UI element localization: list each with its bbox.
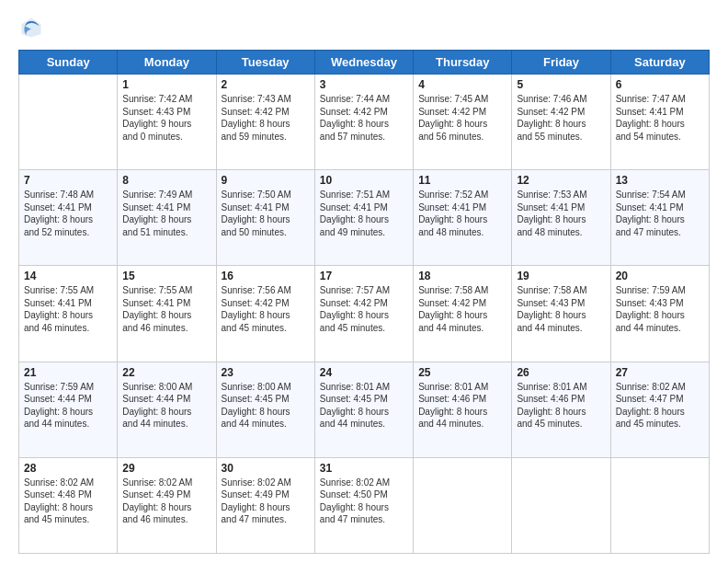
- day-number: 25: [418, 366, 506, 379]
- col-header-saturday: Saturday: [610, 51, 709, 75]
- cell-info: Sunrise: 7:45 AM Sunset: 4:42 PM Dayligh…: [418, 93, 506, 143]
- cell-info: Sunrise: 7:49 AM Sunset: 4:41 PM Dayligh…: [122, 189, 210, 238]
- calendar-cell: 7Sunrise: 7:48 AM Sunset: 4:41 PM Daylig…: [19, 170, 118, 266]
- day-number: 23: [222, 366, 310, 379]
- cell-info: Sunrise: 7:43 AM Sunset: 4:42 PM Dayligh…: [222, 93, 310, 143]
- calendar-cell: [414, 457, 512, 553]
- cell-info: Sunrise: 7:44 AM Sunset: 4:42 PM Dayligh…: [320, 93, 408, 143]
- cell-info: Sunrise: 7:59 AM Sunset: 4:43 PM Dayligh…: [616, 284, 704, 334]
- calendar-cell: 20Sunrise: 7:59 AM Sunset: 4:43 PM Dayli…: [610, 266, 709, 362]
- calendar-week-row: 1Sunrise: 7:42 AM Sunset: 4:43 PM Daylig…: [19, 75, 710, 170]
- cell-info: Sunrise: 7:57 AM Sunset: 4:42 PM Dayligh…: [320, 284, 408, 334]
- calendar-cell: 27Sunrise: 8:02 AM Sunset: 4:47 PM Dayli…: [610, 362, 709, 457]
- day-number: 3: [320, 78, 408, 91]
- cell-info: Sunrise: 7:58 AM Sunset: 4:43 PM Dayligh…: [517, 284, 605, 334]
- calendar-cell: 13Sunrise: 7:54 AM Sunset: 4:41 PM Dayli…: [610, 170, 709, 266]
- cell-info: Sunrise: 7:46 AM Sunset: 4:42 PM Dayligh…: [517, 93, 605, 143]
- cell-info: Sunrise: 7:47 AM Sunset: 4:41 PM Dayligh…: [616, 93, 704, 143]
- day-number: 13: [616, 174, 704, 187]
- col-header-wednesday: Wednesday: [314, 51, 413, 75]
- calendar-cell: 12Sunrise: 7:53 AM Sunset: 4:41 PM Dayli…: [512, 170, 610, 266]
- day-number: 26: [517, 366, 605, 379]
- calendar-cell: 15Sunrise: 7:55 AM Sunset: 4:41 PM Dayli…: [118, 266, 216, 362]
- page: SundayMondayTuesdayWednesdayThursdayFrid…: [0, 0, 728, 563]
- day-number: 22: [122, 366, 210, 379]
- cell-info: Sunrise: 8:00 AM Sunset: 4:45 PM Dayligh…: [222, 381, 310, 431]
- calendar-cell: 8Sunrise: 7:49 AM Sunset: 4:41 PM Daylig…: [118, 170, 216, 266]
- cell-info: Sunrise: 7:58 AM Sunset: 4:42 PM Dayligh…: [418, 284, 506, 334]
- calendar-cell: 5Sunrise: 7:46 AM Sunset: 4:42 PM Daylig…: [512, 75, 610, 170]
- calendar-cell: 18Sunrise: 7:58 AM Sunset: 4:42 PM Dayli…: [414, 266, 512, 362]
- cell-info: Sunrise: 8:02 AM Sunset: 4:50 PM Dayligh…: [320, 477, 408, 526]
- cell-info: Sunrise: 7:55 AM Sunset: 4:41 PM Dayligh…: [122, 284, 210, 334]
- calendar-week-row: 7Sunrise: 7:48 AM Sunset: 4:41 PM Daylig…: [19, 170, 710, 266]
- day-number: 5: [517, 78, 605, 91]
- calendar-week-row: 28Sunrise: 8:02 AM Sunset: 4:48 PM Dayli…: [19, 457, 710, 553]
- calendar-cell: 10Sunrise: 7:51 AM Sunset: 4:41 PM Dayli…: [314, 170, 413, 266]
- cell-info: Sunrise: 8:02 AM Sunset: 4:47 PM Dayligh…: [616, 381, 704, 431]
- cell-info: Sunrise: 7:54 AM Sunset: 4:41 PM Dayligh…: [616, 189, 704, 238]
- cell-info: Sunrise: 7:52 AM Sunset: 4:41 PM Dayligh…: [418, 189, 506, 238]
- calendar-cell: 3Sunrise: 7:44 AM Sunset: 4:42 PM Daylig…: [314, 75, 413, 170]
- day-number: 12: [517, 174, 605, 187]
- cell-info: Sunrise: 7:59 AM Sunset: 4:44 PM Dayligh…: [24, 381, 112, 431]
- calendar-cell: 17Sunrise: 7:57 AM Sunset: 4:42 PM Dayli…: [314, 266, 413, 362]
- day-number: 15: [122, 270, 210, 282]
- day-number: 30: [222, 462, 310, 475]
- calendar-cell: 16Sunrise: 7:56 AM Sunset: 4:42 PM Dayli…: [216, 266, 314, 362]
- day-number: 28: [24, 462, 112, 475]
- calendar-cell: 21Sunrise: 7:59 AM Sunset: 4:44 PM Dayli…: [19, 362, 118, 457]
- calendar-cell: 11Sunrise: 7:52 AM Sunset: 4:41 PM Dayli…: [414, 170, 512, 266]
- calendar-cell: [19, 75, 118, 170]
- cell-info: Sunrise: 8:02 AM Sunset: 4:49 PM Dayligh…: [222, 477, 310, 526]
- cell-info: Sunrise: 7:50 AM Sunset: 4:41 PM Dayligh…: [222, 189, 310, 238]
- col-header-sunday: Sunday: [19, 51, 118, 75]
- calendar-week-row: 21Sunrise: 7:59 AM Sunset: 4:44 PM Dayli…: [19, 362, 710, 457]
- cell-info: Sunrise: 7:42 AM Sunset: 4:43 PM Dayligh…: [122, 93, 210, 143]
- col-header-monday: Monday: [118, 51, 216, 75]
- calendar-cell: 4Sunrise: 7:45 AM Sunset: 4:42 PM Daylig…: [414, 75, 512, 170]
- cell-info: Sunrise: 7:48 AM Sunset: 4:41 PM Dayligh…: [24, 189, 112, 238]
- day-number: 20: [616, 270, 704, 282]
- cell-info: Sunrise: 8:01 AM Sunset: 4:46 PM Dayligh…: [418, 381, 506, 431]
- calendar-cell: 19Sunrise: 7:58 AM Sunset: 4:43 PM Dayli…: [512, 266, 610, 362]
- cell-info: Sunrise: 8:01 AM Sunset: 4:46 PM Dayligh…: [517, 381, 605, 431]
- day-number: 29: [122, 462, 210, 475]
- col-header-tuesday: Tuesday: [216, 51, 314, 75]
- day-number: 8: [122, 174, 210, 187]
- day-number: 11: [418, 174, 506, 187]
- calendar-cell: 24Sunrise: 8:01 AM Sunset: 4:45 PM Dayli…: [314, 362, 413, 457]
- calendar-cell: [512, 457, 610, 553]
- day-number: 10: [320, 174, 408, 187]
- calendar-cell: 23Sunrise: 8:00 AM Sunset: 4:45 PM Dayli…: [216, 362, 314, 457]
- calendar-cell: 6Sunrise: 7:47 AM Sunset: 4:41 PM Daylig…: [610, 75, 709, 170]
- calendar-cell: 1Sunrise: 7:42 AM Sunset: 4:43 PM Daylig…: [118, 75, 216, 170]
- day-number: 24: [320, 366, 408, 379]
- day-number: 4: [418, 78, 506, 91]
- calendar-cell: 28Sunrise: 8:02 AM Sunset: 4:48 PM Dayli…: [19, 457, 118, 553]
- col-header-friday: Friday: [512, 51, 610, 75]
- calendar-cell: 22Sunrise: 8:00 AM Sunset: 4:44 PM Dayli…: [118, 362, 216, 457]
- calendar-header-row: SundayMondayTuesdayWednesdayThursdayFrid…: [19, 51, 710, 75]
- cell-info: Sunrise: 7:56 AM Sunset: 4:42 PM Dayligh…: [222, 284, 310, 334]
- day-number: 31: [320, 462, 408, 475]
- day-number: 1: [122, 78, 210, 91]
- logo-icon: [18, 15, 44, 40]
- cell-info: Sunrise: 7:51 AM Sunset: 4:41 PM Dayligh…: [320, 189, 408, 238]
- calendar-week-row: 14Sunrise: 7:55 AM Sunset: 4:41 PM Dayli…: [19, 266, 710, 362]
- day-number: 14: [24, 270, 112, 282]
- logo: [18, 15, 48, 40]
- cell-info: Sunrise: 8:01 AM Sunset: 4:45 PM Dayligh…: [320, 381, 408, 431]
- day-number: 27: [616, 366, 704, 379]
- day-number: 21: [24, 366, 112, 379]
- cell-info: Sunrise: 8:02 AM Sunset: 4:48 PM Dayligh…: [24, 477, 112, 526]
- header: [18, 15, 710, 40]
- calendar-cell: 14Sunrise: 7:55 AM Sunset: 4:41 PM Dayli…: [19, 266, 118, 362]
- day-number: 16: [222, 270, 310, 282]
- calendar-cell: 25Sunrise: 8:01 AM Sunset: 4:46 PM Dayli…: [414, 362, 512, 457]
- day-number: 7: [24, 174, 112, 187]
- day-number: 18: [418, 270, 506, 282]
- day-number: 17: [320, 270, 408, 282]
- day-number: 2: [222, 78, 310, 91]
- calendar-cell: 30Sunrise: 8:02 AM Sunset: 4:49 PM Dayli…: [216, 457, 314, 553]
